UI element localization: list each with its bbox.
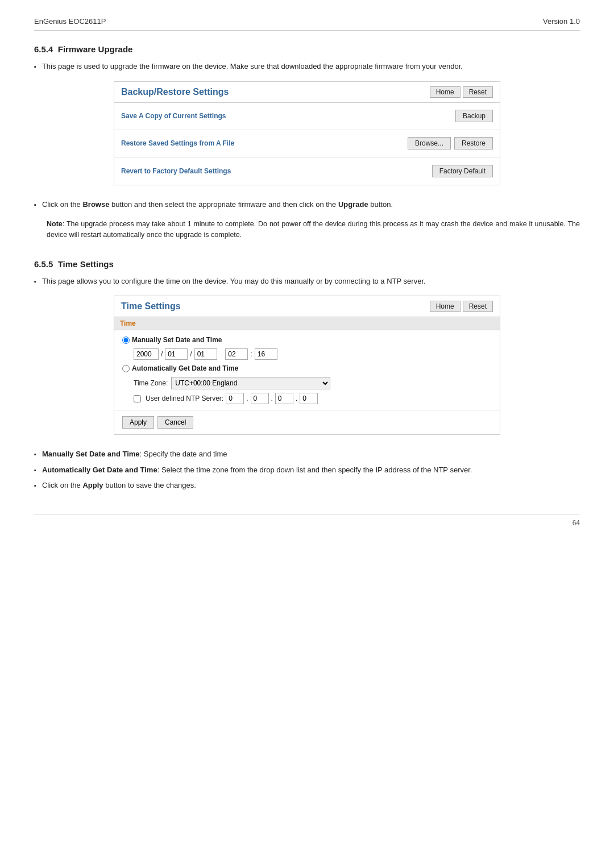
time-reset-button[interactable]: Reset <box>463 301 493 312</box>
ntp-row: User defined NTP Server: . . . <box>134 393 492 404</box>
page-header: EnGenius EOC2611P Version 1.0 <box>34 17 580 31</box>
auto-radio-row: Automatically Get Date and Time <box>122 364 492 372</box>
timezone-select[interactable]: UTC+00:00 England <box>171 377 330 389</box>
time-section-label: Time <box>114 317 500 330</box>
time-content: Manually Set Date and Time / / : <box>114 330 500 410</box>
section-655-bullets: Manually Set Date and Time: Specify the … <box>34 448 580 491</box>
backup-restore-panel: Backup/Restore Settings Home Reset Save … <box>114 81 500 185</box>
section-654-bullets: Click on the Browse button and then sele… <box>34 199 580 210</box>
apply-button[interactable]: Apply <box>122 416 154 429</box>
panel-header-buttons: Home Reset <box>430 86 493 98</box>
restore-content: Browse... Restore <box>408 137 493 149</box>
section-655-intro-text: This page allows you to configure the ti… <box>42 276 426 287</box>
time-settings-panel: Time Settings Home Reset Time Manually S… <box>114 296 500 435</box>
note-body: The upgrade process may take about 1 min… <box>47 220 580 239</box>
restore-button[interactable]: Restore <box>454 137 493 149</box>
auto-radio-text: Automatically Get Date and Time <box>132 364 238 372</box>
section-654-intro-text: This page is used to upgrade the firmwar… <box>42 61 463 72</box>
cancel-button[interactable]: Cancel <box>157 416 193 429</box>
save-copy-row: Save A Copy of Current Settings Backup <box>114 103 500 130</box>
section-654-intro-list: This page is used to upgrade the firmwar… <box>34 61 580 72</box>
restore-row: Restore Saved Settings from A File Brows… <box>114 130 500 157</box>
slash1: / <box>161 350 163 358</box>
manual-radio[interactable] <box>122 337 130 344</box>
page-footer: 64 <box>34 514 580 527</box>
slash2: / <box>190 350 192 358</box>
bullet-auto-time: Automatically Get Date and Time: Select … <box>34 464 580 476</box>
time-panel-header: Time Settings Home Reset <box>114 296 500 317</box>
hour-input[interactable] <box>225 348 248 360</box>
section-655-number: 6.5.5 <box>34 259 53 269</box>
upgrade-note: Note: The upgrade process may take about… <box>47 219 580 241</box>
section-654-heading: 6.5.4 Firmware Upgrade <box>34 44 580 54</box>
ntp-label: User defined NTP Server: <box>146 394 223 402</box>
device-name: EnGenius EOC2611P <box>34 17 106 26</box>
version: Version 1.0 <box>543 17 580 26</box>
time-panel-header-buttons: Home Reset <box>430 301 493 312</box>
time-panel-title: Time Settings <box>121 301 181 312</box>
factory-default-button[interactable]: Factory Default <box>432 165 493 177</box>
note-text: Note: The upgrade process may take about… <box>47 219 580 241</box>
restore-label: Restore Saved Settings from A File <box>121 139 408 147</box>
auto-radio[interactable] <box>122 365 130 372</box>
factory-default-content: Factory Default <box>432 165 493 177</box>
section-654-intro-item: This page is used to upgrade the firmwar… <box>34 61 580 72</box>
ntp-input-3[interactable] <box>275 393 293 404</box>
factory-default-label: Revert to Factory Default Settings <box>121 167 432 175</box>
note-label: Note <box>47 220 63 228</box>
dot3: . <box>296 394 297 402</box>
home-button[interactable]: Home <box>430 86 460 98</box>
backup-button[interactable]: Backup <box>455 110 493 122</box>
section-655-title: Time Settings <box>58 259 114 269</box>
section-655-heading: 6.5.5 Time Settings <box>34 259 580 269</box>
apply-cancel-row: Apply Cancel <box>114 410 500 434</box>
ntp-input-4[interactable] <box>300 393 318 404</box>
timezone-label: Time Zone: <box>134 379 168 387</box>
month-input[interactable] <box>165 348 188 360</box>
save-copy-content: Backup <box>455 110 493 122</box>
manual-radio-row: Manually Set Date and Time <box>122 336 492 344</box>
ntp-input-1[interactable] <box>226 393 244 404</box>
bullet-browse-upgrade: Click on the Browse button and then sele… <box>34 199 580 210</box>
manual-radio-label[interactable]: Manually Set Date and Time <box>122 336 222 344</box>
save-copy-label: Save A Copy of Current Settings <box>121 112 455 120</box>
year-input[interactable] <box>134 348 159 360</box>
auto-radio-label[interactable]: Automatically Get Date and Time <box>122 364 238 372</box>
section-654: 6.5.4 Firmware Upgrade This page is used… <box>34 44 580 241</box>
date-time-inputs: / / : <box>134 348 492 360</box>
bullet-manual-time: Manually Set Date and Time: Specify the … <box>34 448 580 460</box>
reset-button[interactable]: Reset <box>463 86 493 98</box>
section-655-intro-item: This page allows you to configure the ti… <box>34 276 580 287</box>
colon: : <box>250 350 252 358</box>
panel-title: Backup/Restore Settings <box>121 87 229 97</box>
panel-header: Backup/Restore Settings Home Reset <box>114 82 500 103</box>
section-title: Firmware Upgrade <box>58 44 133 54</box>
day-input[interactable] <box>194 348 217 360</box>
time-home-button[interactable]: Home <box>430 301 460 312</box>
manual-radio-text: Manually Set Date and Time <box>132 336 222 344</box>
bullet-apply: Click on the Apply button to save the ch… <box>34 480 580 491</box>
section-655-intro-list: This page allows you to configure the ti… <box>34 276 580 287</box>
minute-input[interactable] <box>255 348 277 360</box>
dot2: . <box>271 394 273 402</box>
factory-default-row: Revert to Factory Default Settings Facto… <box>114 157 500 185</box>
page-number: 64 <box>572 519 580 527</box>
browse-button[interactable]: Browse... <box>408 137 451 149</box>
dot1: . <box>246 394 248 402</box>
section-655: 6.5.5 Time Settings This page allows you… <box>34 259 580 491</box>
section-number: 6.5.4 <box>34 44 53 54</box>
ntp-input-2[interactable] <box>251 393 269 404</box>
timezone-row: Time Zone: UTC+00:00 England <box>134 377 492 389</box>
ntp-checkbox[interactable] <box>134 395 141 402</box>
